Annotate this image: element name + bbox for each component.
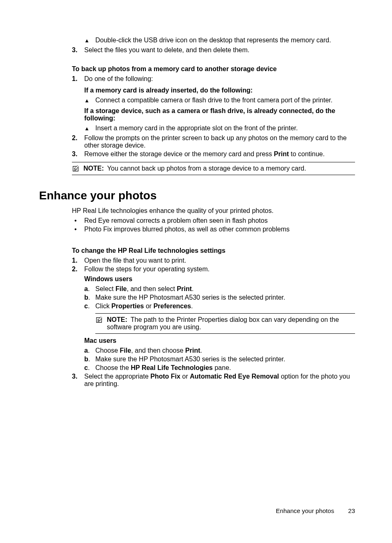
case-1-heading: If a memory card is already inserted, do… [84,87,355,94]
step-text: Select the appropriate Photo Fix or Auto… [84,373,355,388]
step-text: Choose File, and then choose Print. [95,347,355,354]
step-text: Follow the prompts on the printer screen… [84,134,355,149]
triangle-icon: ▲ [84,97,95,105]
action-text: Insert a memory card in the appropriate … [95,125,355,132]
action-bullet: ▲ Double-click the USB drive icon on the… [84,37,355,45]
footer-page-number: 23 [348,507,355,514]
case-2-heading: If a storage device, such as a camera or… [84,107,355,122]
mac-step-c: c. Choose the HP Real Life Technologies … [84,364,355,372]
letter-marker: c. [84,303,95,310]
change-step-3: 3. Select the appropriate Photo Fix or A… [72,373,355,388]
mac-step-b: b. Make sure the HP Photosmart A530 seri… [84,356,355,363]
triangle-icon: ▲ [84,125,95,133]
prev-section-continuation: ▲ Double-click the USB drive icon on the… [72,37,355,175]
bullet-icon: • [72,226,84,233]
backup-step-3: 3. Remove either the storage device or t… [72,150,355,158]
letter-marker: b. [84,294,95,301]
step-text: Select the files you want to delete, and… [84,46,355,54]
step-text: Follow the steps for your operating syst… [84,266,355,273]
note-text: You cannot back up photos from a storage… [107,165,306,172]
page-footer: Enhance your photos 23 [276,507,355,514]
change-step-1: 1. Open the file that you want to print. [72,257,355,264]
text-pre: Remove either the storage device or the … [84,150,274,157]
windows-note: NOTE:The path to the Printer Properties … [95,313,355,334]
step-text: Make sure the HP Photosmart A530 series … [95,294,355,301]
bullet-item: • Photo Fix improves blurred photos, as … [72,226,355,233]
change-step-2: 2. Follow the steps for your operating s… [72,266,355,273]
step-number: 2. [72,134,84,142]
win-step-b: b. Make sure the HP Photosmart A530 seri… [84,294,355,301]
step-number: 1. [72,257,84,264]
enhance-bullets: • Red Eye removal corrects a problem oft… [72,217,355,388]
step-text: Click Properties or Preferences. [95,303,355,310]
footer-section: Enhance your photos [276,507,334,514]
note-body: NOTE:You cannot back up photos from a st… [83,165,306,172]
change-settings-heading: To change the HP Real Life technologies … [72,247,355,254]
letter-marker: a. [84,347,95,354]
step-number: 3. [72,373,84,380]
letter-marker: b. [84,356,95,363]
bullet-text: Photo Fix improves blurred photos, as we… [84,226,355,233]
backup-step-1: 1. Do one of the following: [72,75,355,83]
letter-marker: c. [84,364,95,372]
note-text: The path to the Printer Properties dialo… [107,316,339,330]
step-text: Make sure the HP Photosmart A530 series … [95,356,355,363]
mac-step-a: a. Choose File, and then choose Print. [84,347,355,354]
note-icon [72,165,79,172]
case-1-action: ▲ Connect a compatible camera or flash d… [84,97,355,105]
backup-step-2: 2. Follow the prompts on the printer scr… [72,134,355,149]
step-text: Do one of the following: [84,75,355,83]
enhance-intro: HP Real Life technologies enhance the qu… [72,207,355,215]
note-label: NOTE: [83,165,104,172]
step-text: Choose the HP Real Life Technologies pan… [95,364,355,372]
bullet-icon: • [72,217,84,224]
case-2-action: ▲ Insert a memory card in the appropriat… [84,125,355,133]
step-text: Select File, and then select Print. [95,285,355,293]
step-number: 2. [72,266,84,273]
backup-heading: To back up photos from a memory card to … [72,65,355,73]
step-3: 3. Select the files you want to delete, … [72,46,355,54]
document-page: ▲ Double-click the USB drive icon on the… [0,0,392,543]
step-number: 3. [72,46,84,54]
note-label: NOTE: [107,316,127,323]
letter-marker: a. [84,285,95,293]
win-step-a: a. Select File, and then select Print. [84,285,355,293]
mac-heading: Mac users [84,337,355,344]
text-post: to continue. [289,150,325,157]
backup-note: NOTE:You cannot back up photos from a st… [72,162,355,175]
step-number: 1. [72,75,84,83]
windows-heading: Windows users [84,275,355,283]
win-step-c: c. Click Properties or Preferences. [84,303,355,310]
bullet-text: Red Eye removal corrects a problem often… [84,217,355,224]
note-body: NOTE:The path to the Printer Properties … [107,316,355,331]
step-text: Open the file that you want to print. [84,257,355,264]
triangle-icon: ▲ [84,37,95,45]
enhance-heading: Enhance your photos [39,189,355,202]
bullet-item: • Red Eye removal corrects a problem oft… [72,217,355,224]
step-text: Remove either the storage device or the … [84,150,355,158]
action-text: Double-click the USB drive icon on the d… [95,37,355,44]
text-bold: Print [274,150,289,157]
step-number: 3. [72,150,84,158]
action-text: Connect a compatible camera or flash dri… [95,97,355,104]
note-icon [95,316,103,323]
